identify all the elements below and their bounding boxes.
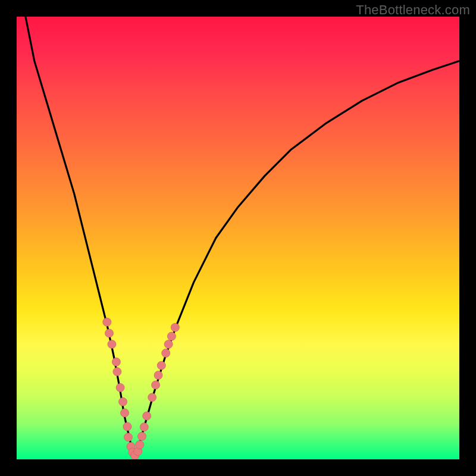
- bead-marker: [116, 383, 124, 392]
- bead-marker: [137, 432, 146, 440]
- bead-marker: [120, 409, 129, 417]
- bead-marker: [171, 323, 179, 331]
- bead-marker: [108, 340, 116, 348]
- bead-marker: [157, 361, 165, 369]
- bead-marker: [136, 440, 144, 449]
- bead-marker: [154, 371, 162, 380]
- bead-marker: [124, 433, 132, 441]
- bead-marker: [112, 358, 120, 366]
- plot-area: [17, 17, 459, 459]
- chart-frame: TheBottleneck.com: [0, 0, 476, 476]
- bead-marker: [140, 423, 148, 431]
- bead-marker: [167, 332, 176, 340]
- curve-layer: [26, 17, 459, 457]
- bead-marker: [113, 368, 121, 376]
- bead-marker: [123, 422, 131, 431]
- bead-marker: [103, 318, 111, 326]
- bead-marker: [164, 340, 173, 348]
- bead-marker: [118, 397, 127, 406]
- watermark-text: TheBottleneck.com: [356, 2, 470, 18]
- bead-marker: [143, 412, 151, 420]
- curve-right-curve: [134, 61, 459, 457]
- bead-marker: [105, 329, 113, 337]
- bead-marker: [148, 393, 156, 402]
- bead-marker: [162, 349, 170, 357]
- bead-marker: [152, 381, 160, 389]
- chart-svg: [17, 17, 459, 459]
- bead-layer: [103, 318, 180, 459]
